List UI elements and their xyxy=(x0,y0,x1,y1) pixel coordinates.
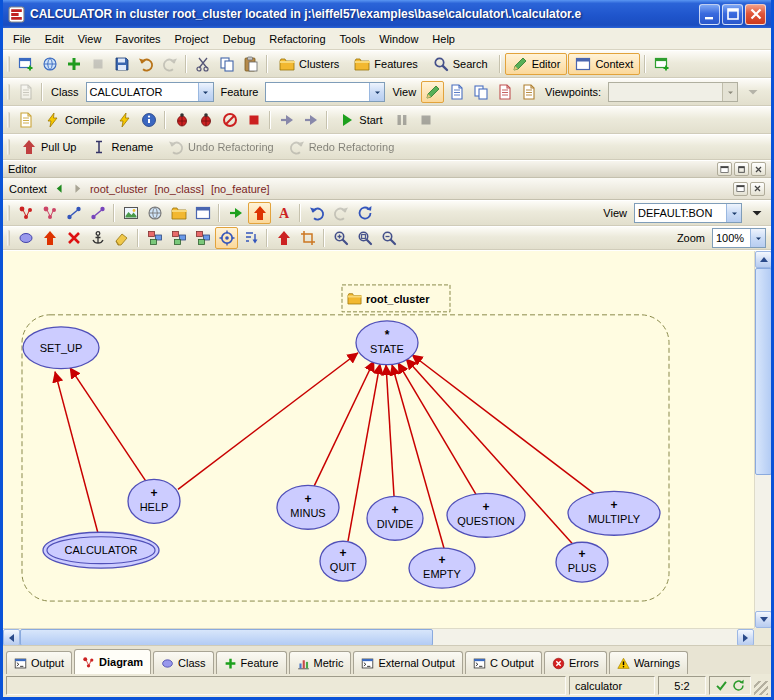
menu-help[interactable]: Help xyxy=(425,30,462,48)
menu-view[interactable]: View xyxy=(71,30,109,48)
text-label-tool-icon[interactable] xyxy=(272,202,295,224)
vertical-scroll-thumb[interactable] xyxy=(755,268,771,475)
inheritance-link-0[interactable] xyxy=(55,372,98,534)
client-link-tool-icon[interactable] xyxy=(62,202,85,224)
menu-debug[interactable]: Debug xyxy=(216,30,262,48)
layout-clusters-icon[interactable] xyxy=(191,227,214,249)
eraser-tool-icon[interactable] xyxy=(110,227,133,249)
diagram-view-combo-dropdown-icon[interactable] xyxy=(726,204,741,222)
center-diagram-icon[interactable] xyxy=(215,227,238,249)
context-cluster[interactable]: root_cluster xyxy=(90,183,147,195)
vertical-scrollbar[interactable] xyxy=(754,251,771,628)
rename-button[interactable]: Rename xyxy=(84,136,160,158)
menu-refactoring[interactable]: Refactoring xyxy=(262,30,332,48)
horizontal-scrollbar[interactable] xyxy=(3,628,754,645)
zoom-combo[interactable]: 100% xyxy=(712,228,766,248)
inheritance-link-5[interactable] xyxy=(386,365,394,497)
context-back-icon[interactable] xyxy=(54,183,65,194)
panel-dock-icon[interactable] xyxy=(717,162,732,176)
editor-button[interactable]: Editor xyxy=(505,53,568,75)
debug-no-stop-icon[interactable] xyxy=(194,109,217,131)
save-icon[interactable] xyxy=(110,53,133,75)
menu-tools[interactable]: Tools xyxy=(333,30,373,48)
interface-view-icon[interactable] xyxy=(517,81,540,103)
flat-view-icon[interactable] xyxy=(469,81,492,103)
new-view-icon[interactable] xyxy=(167,202,190,224)
context-button[interactable]: Context xyxy=(568,53,640,75)
show-legend-icon[interactable] xyxy=(191,202,214,224)
scroll-left-button[interactable] xyxy=(3,629,20,645)
link-focus-icon[interactable] xyxy=(224,202,247,224)
cluster-label[interactable]: root_cluster xyxy=(342,285,450,312)
zoom-in-icon[interactable] xyxy=(329,227,352,249)
menu-window[interactable]: Window xyxy=(372,30,425,48)
add-class-icon[interactable] xyxy=(62,53,85,75)
melt-icon[interactable] xyxy=(14,109,37,131)
clickable-view-icon[interactable] xyxy=(445,81,468,103)
tab-external-output[interactable]: External Output xyxy=(353,651,462,674)
inheritance-arrow-tool-icon[interactable] xyxy=(38,227,61,249)
panel-close-icon[interactable] xyxy=(751,162,766,176)
inheritance-link-1[interactable] xyxy=(70,368,146,482)
step-into-icon[interactable] xyxy=(275,109,298,131)
freeze-icon[interactable] xyxy=(113,109,136,131)
paste-icon[interactable] xyxy=(239,53,262,75)
class-node-plus[interactable]: +PLUS xyxy=(556,542,608,582)
maximize-button[interactable] xyxy=(722,4,743,25)
class-view-tool-icon[interactable] xyxy=(14,202,37,224)
view-dropdown-icon[interactable] xyxy=(745,202,768,224)
class-node-help[interactable]: +HELP xyxy=(128,479,180,523)
toolbar-grip[interactable] xyxy=(7,230,10,246)
inheritance-mode-icon[interactable] xyxy=(248,202,271,224)
menu-favorites[interactable]: Favorites xyxy=(108,30,167,48)
straighten-links-icon[interactable] xyxy=(272,227,295,249)
scroll-down-button[interactable] xyxy=(755,611,771,628)
toolbar-grip[interactable] xyxy=(7,84,10,100)
undo-icon[interactable] xyxy=(134,53,157,75)
app-icon[interactable] xyxy=(8,6,25,23)
basic-text-view-icon[interactable] xyxy=(421,81,444,103)
pull-up-button[interactable]: Pull Up xyxy=(14,136,83,158)
class-node-state[interactable]: *STATE xyxy=(356,321,418,365)
copy-icon[interactable] xyxy=(215,53,238,75)
zoom-fit-icon[interactable] xyxy=(353,227,376,249)
ignore-breakpoints-icon[interactable] xyxy=(218,109,241,131)
tab-c-output[interactable]: C Output xyxy=(465,651,542,674)
class-node-question[interactable]: +QUESTION xyxy=(447,493,525,537)
minimize-button[interactable] xyxy=(699,4,720,25)
menu-edit[interactable]: Edit xyxy=(38,30,71,48)
tab-feature[interactable]: Feature xyxy=(216,651,287,674)
crop-diagram-icon[interactable] xyxy=(296,227,319,249)
compile-button[interactable]: Compile xyxy=(38,109,112,131)
project-info-icon[interactable] xyxy=(137,109,160,131)
toolbar-grip[interactable] xyxy=(7,112,10,128)
toolbar-grip[interactable] xyxy=(7,56,10,72)
tab-warnings[interactable]: Warnings xyxy=(609,651,688,674)
zoom-out-icon[interactable] xyxy=(377,227,400,249)
class-combo[interactable]: CALCULATOR xyxy=(86,82,214,102)
class-node-set_up[interactable]: SET_UP xyxy=(23,327,99,369)
contract-view-icon[interactable] xyxy=(493,81,516,103)
context-class[interactable]: [no_class] xyxy=(154,183,204,195)
anchor-tool-icon[interactable] xyxy=(86,227,109,249)
debug-run-icon[interactable] xyxy=(170,109,193,131)
menu-file[interactable]: File xyxy=(6,30,38,48)
feature-combo-dropdown-icon[interactable] xyxy=(369,83,384,101)
diagram-refresh-icon[interactable] xyxy=(353,202,376,224)
delete-tool-icon[interactable] xyxy=(62,227,85,249)
cut-icon[interactable] xyxy=(191,53,214,75)
step-over-icon[interactable] xyxy=(299,109,322,131)
class-node-minus[interactable]: +MINUS xyxy=(277,485,339,529)
remove-breakpoints-icon[interactable] xyxy=(242,109,265,131)
context-dock-icon[interactable] xyxy=(733,182,748,196)
close-button[interactable] xyxy=(745,4,766,25)
print-diagram-icon[interactable] xyxy=(143,202,166,224)
export-png-icon[interactable] xyxy=(119,202,142,224)
start-button[interactable]: Start xyxy=(332,109,389,131)
class-combo-dropdown-icon[interactable] xyxy=(198,83,213,101)
resize-grip[interactable] xyxy=(754,681,768,695)
inheritance-link-2[interactable] xyxy=(178,353,358,490)
context-close-icon[interactable] xyxy=(750,182,765,196)
feature-combo[interactable] xyxy=(265,82,385,102)
tab-class[interactable]: Class xyxy=(153,651,214,674)
